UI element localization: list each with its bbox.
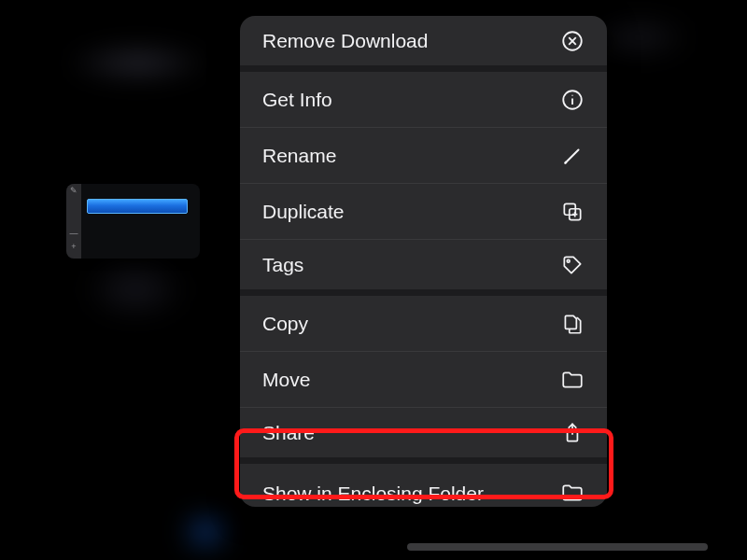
menu-item-label: Get Info xyxy=(262,89,332,111)
thumbnail-toolbar: ✎ — + xyxy=(66,184,81,259)
folder-icon xyxy=(560,481,585,505)
pencil-icon xyxy=(560,144,585,168)
audio-waveform-region xyxy=(87,199,188,214)
tag-icon xyxy=(560,253,585,277)
copy-icon xyxy=(560,312,585,336)
thumbnail-marker: + xyxy=(66,240,81,253)
svg-point-4 xyxy=(571,94,572,95)
menu-item-move[interactable]: Move xyxy=(240,352,607,408)
thumbnail-marker: ✎ xyxy=(66,184,81,197)
share-icon xyxy=(560,421,585,445)
remove-download-icon xyxy=(560,29,585,53)
menu-item-duplicate[interactable]: Duplicate xyxy=(240,184,607,240)
menu-item-share[interactable]: Share xyxy=(240,408,607,464)
menu-item-label: Remove Download xyxy=(262,30,428,52)
duplicate-icon xyxy=(560,200,585,224)
menu-item-remove-download[interactable]: Remove Download xyxy=(240,16,607,72)
folder-icon xyxy=(560,368,585,392)
menu-item-rename[interactable]: Rename xyxy=(240,128,607,184)
svg-line-6 xyxy=(567,149,579,161)
background-blur xyxy=(187,518,224,546)
background-blur xyxy=(84,261,187,317)
background-blur xyxy=(65,42,210,84)
menu-item-label: Duplicate xyxy=(262,201,345,223)
menu-item-label: Show in Enclosing Folder xyxy=(262,483,484,505)
menu-item-label: Rename xyxy=(262,145,336,167)
home-indicator[interactable] xyxy=(407,543,708,551)
menu-item-label: Share xyxy=(262,422,315,444)
menu-item-label: Copy xyxy=(262,313,308,335)
info-icon xyxy=(560,88,585,112)
menu-item-show-enclosing-folder[interactable]: Show in Enclosing Folder xyxy=(240,464,607,507)
menu-item-label: Tags xyxy=(262,254,303,276)
thumbnail-marker: — xyxy=(66,227,81,240)
context-menu: Remove Download Get Info Rename xyxy=(240,16,607,507)
file-thumbnail[interactable]: ✎ — + xyxy=(66,184,200,259)
menu-item-get-info[interactable]: Get Info xyxy=(240,72,607,128)
menu-item-label: Move xyxy=(262,369,310,391)
menu-item-copy[interactable]: Copy xyxy=(240,296,607,352)
svg-point-11 xyxy=(567,259,570,262)
menu-item-tags[interactable]: Tags xyxy=(240,240,607,296)
